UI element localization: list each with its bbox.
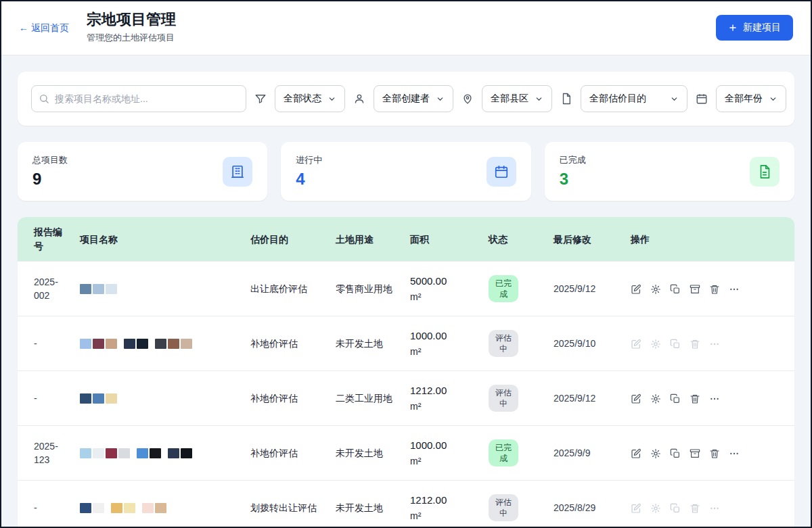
trash-icon bbox=[709, 448, 720, 459]
table-body: 2025-002出让底价评估零售商业用地5000.00m²已完成2025/9/1… bbox=[18, 261, 794, 528]
status-cell: 已完成 bbox=[489, 426, 554, 481]
more-button[interactable] bbox=[709, 503, 720, 514]
report-no-cell: - bbox=[18, 316, 80, 371]
actions-cell bbox=[631, 426, 794, 481]
settings-button[interactable] bbox=[650, 284, 661, 295]
land-use-cell: 零售商业用地 bbox=[336, 261, 410, 316]
trash-button[interactable] bbox=[690, 339, 700, 350]
stat-label: 已完成 bbox=[560, 154, 586, 166]
more-button[interactable] bbox=[709, 393, 720, 404]
edit-button[interactable] bbox=[631, 393, 641, 404]
edit-icon bbox=[631, 339, 641, 350]
modified-cell: 2025/9/10 bbox=[554, 316, 631, 371]
status-badge: 评估中 bbox=[489, 385, 518, 412]
status-select[interactable]: 全部状态 bbox=[275, 85, 345, 112]
more-icon bbox=[729, 448, 740, 459]
modified-cell: 2025/9/12 bbox=[554, 261, 631, 316]
app-window: ← 返回首页 宗地项目管理 管理您的土地评估项目 新建项目 全部状态 bbox=[0, 0, 812, 528]
trash-button[interactable] bbox=[690, 503, 700, 514]
chevron-down-icon bbox=[328, 95, 336, 103]
settings-button[interactable] bbox=[650, 339, 661, 350]
project-name-cell bbox=[80, 371, 250, 426]
stat-label: 总项目数 bbox=[32, 154, 68, 166]
status-cell: 已完成 bbox=[489, 261, 554, 316]
archive-icon bbox=[690, 284, 700, 295]
actions-cell bbox=[631, 481, 794, 528]
col-actions: 操作 bbox=[631, 217, 794, 261]
area-cell: 1000.00m² bbox=[410, 426, 489, 481]
archive-button[interactable] bbox=[690, 448, 700, 459]
more-icon bbox=[709, 339, 720, 350]
more-button[interactable] bbox=[709, 339, 720, 350]
copy-button[interactable] bbox=[670, 448, 681, 459]
name-color-block bbox=[106, 284, 117, 294]
trash-button[interactable] bbox=[709, 448, 720, 459]
settings-icon bbox=[650, 503, 661, 514]
year-select-value: 全部年份 bbox=[725, 93, 763, 105]
land-use-cell: 未开发土地 bbox=[336, 481, 410, 528]
more-button[interactable] bbox=[729, 284, 740, 295]
purpose-cell: 划拨转出让评估 bbox=[250, 481, 336, 528]
settings-button[interactable] bbox=[650, 393, 661, 404]
trash-button[interactable] bbox=[709, 284, 720, 295]
name-color-block bbox=[106, 393, 117, 404]
settings-button[interactable] bbox=[650, 448, 661, 459]
person-icon bbox=[353, 93, 365, 105]
trash-icon bbox=[690, 393, 700, 404]
edit-button[interactable] bbox=[631, 503, 641, 514]
table-row: 2025-002出让底价评估零售商业用地5000.00m²已完成2025/9/1… bbox=[18, 261, 794, 316]
block-gap bbox=[118, 339, 124, 349]
new-project-button[interactable]: 新建项目 bbox=[716, 15, 793, 41]
new-project-label: 新建项目 bbox=[743, 22, 781, 34]
block-gap bbox=[150, 339, 155, 349]
project-name-cell bbox=[80, 261, 250, 316]
more-button[interactable] bbox=[729, 448, 740, 459]
actions-cell bbox=[631, 261, 794, 316]
county-select[interactable]: 全部县区 bbox=[482, 85, 552, 112]
table-row: 2025-123补地价评估未开发土地1000.00m²已完成2025/9/9 bbox=[18, 426, 794, 481]
block-gap bbox=[106, 503, 111, 513]
settings-icon bbox=[650, 448, 661, 459]
copy-icon bbox=[670, 339, 681, 350]
col-project-name: 项目名称 bbox=[80, 217, 250, 261]
name-color-block bbox=[168, 448, 179, 458]
status-cell: 评估中 bbox=[489, 481, 554, 528]
purpose-cell: 补地价评估 bbox=[250, 426, 336, 481]
document-icon bbox=[560, 93, 572, 105]
project-name-cell bbox=[80, 481, 250, 528]
projects-table: 报告编号 项目名称 估价目的 土地用途 面积 状态 最后修改 操作 2025-0… bbox=[18, 217, 794, 528]
table-row: -补地价评估二类工业用地1212.00m²评估中2025/9/12 bbox=[18, 371, 794, 426]
creator-select[interactable]: 全部创建者 bbox=[374, 85, 453, 112]
name-color-block bbox=[118, 448, 130, 458]
name-color-block bbox=[150, 448, 161, 458]
purpose-select[interactable]: 全部估价目的 bbox=[581, 85, 687, 112]
calendar-icon bbox=[696, 93, 708, 105]
name-color-block bbox=[93, 393, 104, 404]
search-input[interactable] bbox=[31, 85, 246, 112]
edit-button[interactable] bbox=[631, 339, 641, 350]
chevron-down-icon bbox=[670, 95, 679, 103]
settings-icon bbox=[650, 393, 661, 404]
copy-button[interactable] bbox=[670, 339, 681, 350]
copy-button[interactable] bbox=[670, 393, 681, 404]
edit-button[interactable] bbox=[631, 284, 641, 295]
stat-value: 4 bbox=[296, 170, 322, 189]
copy-button[interactable] bbox=[670, 284, 681, 295]
name-color-block bbox=[142, 503, 154, 513]
copy-button[interactable] bbox=[670, 503, 681, 514]
edit-button[interactable] bbox=[631, 448, 641, 459]
trash-button[interactable] bbox=[690, 393, 700, 404]
purpose-cell: 补地价评估 bbox=[250, 316, 336, 371]
name-color-block bbox=[155, 503, 166, 513]
col-status: 状态 bbox=[489, 217, 554, 261]
name-color-block bbox=[80, 393, 91, 404]
name-color-block bbox=[137, 339, 148, 349]
back-home-link[interactable]: ← 返回首页 bbox=[19, 22, 69, 34]
year-select[interactable]: 全部年份 bbox=[716, 85, 786, 112]
trash-icon bbox=[690, 503, 700, 514]
settings-button[interactable] bbox=[650, 503, 661, 514]
land-use-cell: 未开发土地 bbox=[336, 426, 410, 481]
name-color-block bbox=[168, 339, 179, 349]
archive-button[interactable] bbox=[690, 284, 700, 295]
plus-icon bbox=[728, 23, 738, 32]
